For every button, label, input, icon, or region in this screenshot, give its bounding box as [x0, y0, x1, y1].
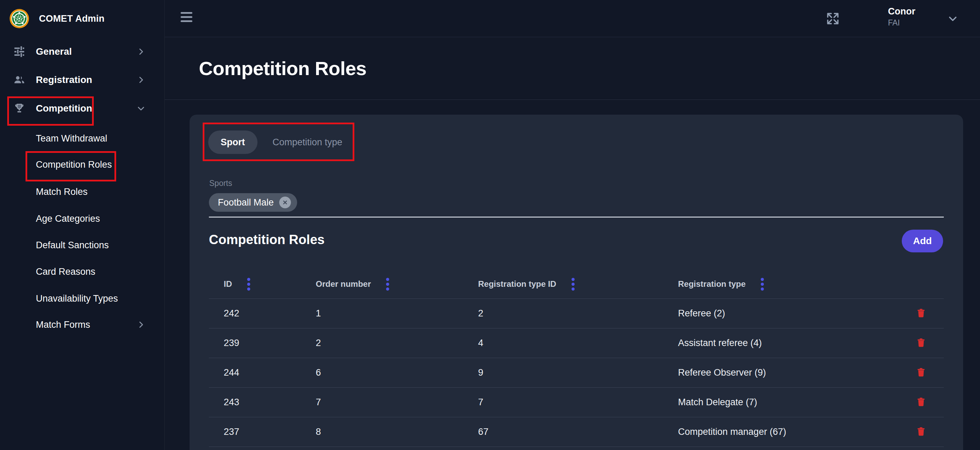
app-title: COMET Admin	[39, 13, 105, 24]
trophy-icon	[13, 102, 25, 115]
sidebar-item-age-categories[interactable]: Age Categories	[0, 205, 165, 232]
sports-field-underline	[209, 217, 944, 218]
page-title: Competition Roles	[199, 57, 366, 79]
column-menu-icon[interactable]	[246, 276, 251, 292]
user-menu[interactable]: Conor FAI	[888, 6, 915, 27]
delete-icon[interactable]	[915, 396, 927, 409]
column-menu-icon[interactable]	[759, 276, 765, 292]
sport-chip[interactable]: Football Male	[209, 193, 297, 212]
sidebar: COMET Admin General Registration	[0, 0, 165, 450]
row-divider	[209, 447, 944, 447]
competition-roles-card: Sport Competition type Sports Football M…	[189, 115, 963, 450]
column-header-id: ID	[209, 276, 316, 292]
table-row: 242 1 2 Referee (2)	[209, 298, 944, 328]
topbar: Conor FAI	[165, 0, 980, 37]
chevron-right-icon	[137, 75, 145, 84]
sliders-icon	[13, 46, 25, 58]
section-title: Competition Roles	[209, 232, 325, 247]
sidebar-item-competition-roles[interactable]: Competition Roles	[0, 151, 165, 178]
delete-icon[interactable]	[915, 425, 927, 439]
sport-chip-label: Football Male	[218, 197, 274, 208]
chevron-down-icon	[137, 104, 145, 113]
comet-logo-icon	[9, 9, 29, 29]
sidebar-item-competition[interactable]: Competition	[0, 95, 165, 122]
menu-toggle-button[interactable]	[181, 12, 193, 24]
sidebar-item-card-reasons[interactable]: Card Reasons	[0, 258, 165, 285]
sidebar-item-match-roles[interactable]: Match Roles	[0, 178, 165, 206]
sidebar-item-unavailability-types[interactable]: Unavailability Types	[0, 285, 165, 312]
column-menu-icon[interactable]	[570, 276, 576, 292]
column-menu-icon[interactable]	[385, 276, 391, 292]
sidebar-item-match-forms[interactable]: Match Forms	[0, 311, 165, 338]
app-header: COMET Admin	[0, 0, 164, 37]
sidebar-item-general[interactable]: General	[0, 38, 165, 65]
tab-sport[interactable]: Sport	[208, 130, 258, 154]
column-header-registration-type: Registration type	[678, 276, 898, 292]
sports-filter-label: Sports	[209, 179, 232, 188]
sidebar-item-registration[interactable]: Registration	[0, 66, 165, 93]
add-button[interactable]: Add	[902, 230, 943, 252]
delete-icon[interactable]	[915, 336, 927, 350]
fullscreen-icon[interactable]	[825, 11, 840, 26]
chip-remove-icon[interactable]	[279, 196, 291, 208]
chevron-right-icon	[137, 320, 145, 329]
user-name: Conor	[888, 6, 915, 17]
main-content: Competition Roles Sport Competition type…	[165, 37, 980, 450]
column-header-registration-type-id: Registration type ID	[478, 276, 678, 292]
table-row: 239 2 4 Assistant referee (4)	[209, 328, 944, 358]
table-row: 243 7 7 Match Delegate (7)	[209, 387, 944, 417]
table-header-row: ID Order number Registration type ID Reg…	[209, 269, 944, 298]
chevron-down-icon[interactable]	[947, 13, 959, 25]
table-row: 237 8 67 Competition manager (67)	[209, 417, 944, 447]
people-icon	[13, 74, 25, 86]
sidebar-item-default-sanctions[interactable]: Default Sanctions	[0, 231, 165, 259]
table-row: 244 6 9 Referee Observer (9)	[209, 358, 944, 387]
user-organization: FAI	[888, 18, 915, 27]
delete-icon[interactable]	[915, 366, 927, 380]
page-header: Competition Roles	[165, 37, 980, 100]
chevron-right-icon	[137, 47, 145, 56]
competition-roles-table: ID Order number Registration type ID Reg…	[209, 269, 944, 447]
delete-icon[interactable]	[915, 307, 927, 320]
column-header-order-number: Order number	[316, 276, 478, 292]
tab-bar: Sport Competition type	[208, 130, 342, 154]
sidebar-item-team-withdrawal[interactable]: Team Withdrawal	[0, 125, 165, 152]
tab-competition-type[interactable]: Competition type	[273, 137, 343, 148]
